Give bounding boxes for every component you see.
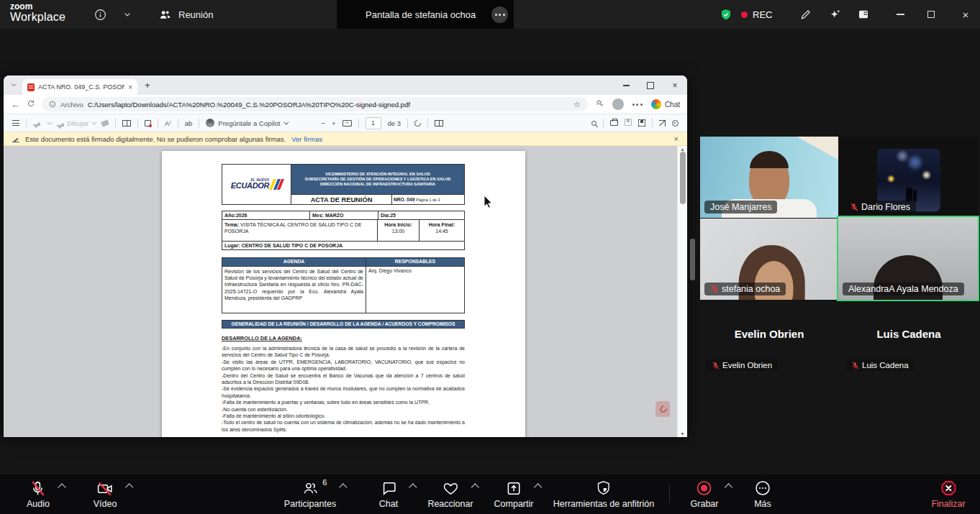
more-label: Más	[754, 499, 771, 509]
window-restore-button[interactable]	[920, 0, 942, 29]
annotate-pencil-icon[interactable]	[798, 6, 814, 22]
video-tile-dario-flores[interactable]: Dario Flores	[840, 137, 978, 218]
video-tile-alexandra-ayala[interactable]: AlexandraA Ayala Mendoza	[837, 216, 979, 301]
layout-pages-icon[interactable]	[435, 120, 443, 127]
tab-shared-screen[interactable]: Pantalla de stefania ochoa	[337, 0, 514, 29]
audio-button[interactable]: Audio	[27, 474, 50, 514]
rotate-icon[interactable]	[413, 119, 422, 128]
share-button[interactable]: Compartir	[494, 474, 534, 514]
chevron-down-icon[interactable]	[119, 6, 135, 22]
browser-tab-pdf[interactable]: ACTA NRO. 049_C.S. POSORJA TIP ×	[22, 79, 137, 95]
doc-year: Año:2026	[222, 211, 310, 219]
view-signatures-link[interactable]: Ver firmas	[291, 135, 322, 143]
video-options-chevron[interactable]	[125, 483, 133, 491]
record-icon	[696, 479, 713, 497]
fit-width-icon[interactable]	[342, 120, 352, 127]
highlighter-chevron-icon[interactable]	[47, 119, 52, 124]
tab-meeting-label: Reunión	[178, 9, 213, 20]
new-tab-button[interactable]: +	[145, 80, 150, 91]
video-tile-evelin-obrien[interactable]: Evelin Obrien Evelin Obrien	[700, 300, 838, 382]
zoom-out-button[interactable]: −	[321, 119, 325, 127]
ai-companion-icon[interactable]	[827, 6, 843, 22]
print-icon[interactable]	[610, 120, 618, 126]
signature-highlight-icon[interactable]	[145, 120, 151, 127]
refresh-icon[interactable]	[27, 99, 35, 110]
draw-button[interactable]: Dibujar	[57, 119, 95, 127]
more-icon	[754, 479, 771, 497]
browser-menu-icon[interactable]	[632, 104, 643, 106]
participants-chevron[interactable]	[339, 483, 347, 491]
tab-more-icon[interactable]	[491, 6, 508, 23]
back-icon[interactable]: ←	[11, 99, 20, 110]
add-text-icon[interactable]: ab	[185, 119, 193, 127]
tab-meeting[interactable]: Reunión	[150, 0, 222, 29]
save-as-icon[interactable]	[638, 119, 645, 127]
more-button[interactable]: Más	[754, 474, 771, 514]
participants-count: 6	[322, 478, 327, 487]
tab-search-chevron-icon[interactable]	[9, 79, 18, 92]
doc-location-row: Lugar: CENTRO DE SALUD TIPO C DE POSORJA	[222, 242, 465, 250]
chat-icon	[381, 480, 397, 497]
audio-options-chevron[interactable]	[58, 483, 66, 491]
zoom-in-button[interactable]: +	[332, 119, 336, 127]
browser-profile-avatar[interactable]	[612, 98, 624, 110]
react-button[interactable]: Reaccionar	[427, 474, 473, 514]
adobe-acrobat-badge[interactable]	[655, 401, 670, 417]
pdf-scrollbar-thumb[interactable]	[680, 152, 686, 204]
collections-icon[interactable]	[594, 98, 604, 111]
settings-gear-icon[interactable]	[672, 120, 679, 127]
react-chevron[interactable]	[471, 483, 478, 491]
toc-icon[interactable]	[12, 120, 19, 126]
record-button[interactable]: Grabar	[691, 474, 719, 514]
tab-close-icon[interactable]: ×	[128, 83, 132, 91]
video-button[interactable]: Vídeo	[94, 474, 117, 514]
zoom-meeting-window: { "topbar": { "logo_top": "zoom", "logo_…	[0, 0, 980, 514]
share-chevron[interactable]	[534, 483, 542, 491]
ask-copilot-button[interactable]: Pregúntale a Copilot	[206, 119, 287, 127]
video-tile-stefania-ochoa[interactable]: stefania ochoa	[700, 219, 838, 300]
window-minimize-button[interactable]	[889, 0, 911, 29]
browser-close-button[interactable]: ×	[663, 75, 687, 95]
favorite-star-icon[interactable]: ☆	[573, 100, 581, 109]
file-info-icon	[49, 101, 56, 108]
security-shield-icon[interactable]	[718, 6, 734, 22]
signature-warning-banner: Este documento está firmado digitalmente…	[4, 132, 687, 146]
video-tile-jose-manjarres[interactable]: José Manjarres	[700, 137, 838, 218]
banner-close-icon[interactable]: ×	[674, 134, 679, 143]
participants-button[interactable]: 6 Participantes	[284, 474, 336, 514]
video-tile-luis-cadena[interactable]: Luis Cadena Luis Cadena	[840, 300, 978, 382]
chat-chevron[interactable]	[409, 483, 417, 491]
read-aloud-icon[interactable]: A⁾	[165, 119, 171, 127]
layout-view-icon[interactable]	[856, 6, 871, 22]
search-icon[interactable]	[591, 121, 596, 126]
pdf-scrollbar[interactable]: ▲ ▼	[677, 146, 687, 437]
copilot-chat-button[interactable]: Chat	[651, 99, 680, 109]
url-field[interactable]: Archivo C:/Users/lapto/Downloads/ACTA%20…	[42, 97, 588, 111]
browser-restore-button[interactable]	[638, 75, 663, 95]
scroll-up-icon[interactable]: ▲	[678, 147, 687, 152]
page-view-icon[interactable]	[122, 120, 131, 127]
doc-month: Mes: MARZO	[310, 211, 378, 219]
end-meeting-button[interactable]: Finalizar	[931, 474, 965, 514]
page-number-input[interactable]: 1	[366, 117, 381, 129]
mic-muted-icon	[30, 480, 46, 497]
logo-zoom-text: zoom	[10, 2, 65, 12]
eraser-icon[interactable]	[101, 119, 109, 127]
window-close-button[interactable]: ×	[955, 0, 976, 29]
url-text: C:/Users/lapto/Downloads/ACTA%20NRO.%200…	[88, 101, 410, 109]
pdf-copilot-icon	[206, 119, 214, 127]
record-chevron[interactable]	[725, 483, 732, 491]
save-icon[interactable]	[625, 119, 632, 126]
muted-mic-icon	[710, 285, 719, 293]
info-icon[interactable]	[92, 6, 108, 22]
fullscreen-icon[interactable]	[659, 120, 666, 127]
highlighter-icon[interactable]	[33, 119, 40, 126]
participant-name-badge: Luis Cadena	[845, 359, 915, 371]
chat-button[interactable]: Chat	[379, 474, 398, 514]
browser-minimize-button[interactable]	[614, 75, 638, 95]
toolbar-divider	[669, 485, 670, 503]
ecuador-logo: EL NUEVO ECUADOR	[222, 165, 291, 204]
scroll-down-icon[interactable]: ▼	[678, 431, 687, 436]
host-tools-button[interactable]: Herramientas de anfitrión	[553, 474, 654, 514]
outer-scrollbar-thumb[interactable]	[690, 239, 695, 280]
